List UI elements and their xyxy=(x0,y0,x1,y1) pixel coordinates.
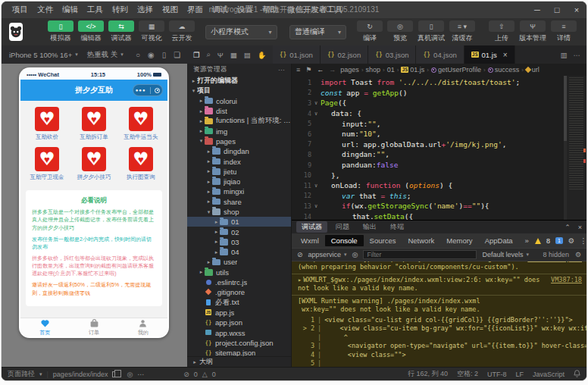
devtools-tab[interactable]: Console xyxy=(325,235,364,246)
tree-item[interactable]: {}sitemap.json xyxy=(187,348,291,356)
tree-item[interactable]: .gitignore xyxy=(187,287,291,297)
devtools-tab[interactable]: Memory xyxy=(440,235,478,246)
editor-tab[interactable]: {} 04.json xyxy=(416,45,464,64)
menu-item[interactable]: 界面 xyxy=(183,5,208,15)
devtools-tab[interactable]: AppData xyxy=(479,235,519,246)
toolbar-button[interactable]: ▯ 模拟器 xyxy=(48,20,74,43)
phone-tab-item[interactable]: 订单 xyxy=(70,318,119,336)
tree-item[interactable]: 必看.txt xyxy=(187,298,291,308)
tree-item[interactable]: ▸ jietu xyxy=(187,167,291,177)
toolbar-button[interactable]: ≡ ▾ 清缓存 xyxy=(449,20,475,43)
status-segment[interactable]: JavaScript xyxy=(533,371,565,378)
window-icon[interactable]: ▤ xyxy=(244,51,251,59)
tree-item[interactable]: ▸ utils xyxy=(187,268,291,277)
service-grid-item[interactable]: ♥♥ 互助牛运当头 xyxy=(117,107,164,141)
status-segment[interactable]: UTF-8 xyxy=(487,371,507,378)
menu-icon[interactable]: ≡ xyxy=(296,66,300,74)
breadcrumb-item[interactable]: shop xyxy=(366,66,381,74)
mode-select[interactable]: 小程序模式 ▾ xyxy=(205,25,277,39)
hot-reload-toggle[interactable]: 热重载 关 xyxy=(87,50,118,60)
tree-item[interactable]: ▸ img xyxy=(187,126,291,136)
toolbar-button[interactable]: </> 编辑器 xyxy=(78,20,104,43)
menu-item[interactable]: 工具 xyxy=(83,5,108,15)
tree-item[interactable]: ▾ pages xyxy=(187,136,291,146)
toolbar-button[interactable]: ◎ 预览 xyxy=(387,20,413,43)
tree-item[interactable]: ▸ 打开的编辑器 xyxy=(187,76,291,86)
service-grid-item[interactable]: ♥♥ 执行图查询 xyxy=(117,147,164,181)
split-editor-icon[interactable]: ▥ xyxy=(561,51,568,59)
copy-icon[interactable] xyxy=(112,371,117,377)
editor-tab[interactable]: {} 02.json xyxy=(321,45,368,64)
tab-overflow-icon[interactable]: » xyxy=(519,235,535,246)
status-segment[interactable]: 行 162, 列 40 xyxy=(408,369,448,379)
record-icon[interactable]: ◉ xyxy=(148,51,155,59)
devtools-tab[interactable]: Network xyxy=(402,235,440,246)
files-icon[interactable]: ❐ xyxy=(193,51,200,59)
close-icon[interactable]: × xyxy=(503,51,508,59)
settings-gear-icon[interactable]: ⚙ xyxy=(568,236,575,245)
fold-icon[interactable]: ∨ xyxy=(311,100,321,106)
tree-item[interactable]: ▾ shop xyxy=(187,207,291,217)
editor-tab[interactable]: {} 01.json xyxy=(273,45,321,64)
breadcrumb-item[interactable]: 01 xyxy=(387,66,395,74)
toolbar-button[interactable]: Ψ 版本管理 xyxy=(519,20,546,43)
back-icon[interactable]: ← xyxy=(317,66,324,74)
capsule-button[interactable]: ●●● xyxy=(133,84,163,96)
tree-item[interactable]: {}project.config.json xyxy=(187,338,291,348)
panel-tab[interactable]: 问题 xyxy=(330,221,355,233)
tree-item[interactable]: ▸ 04 xyxy=(187,247,291,257)
filter-input[interactable] xyxy=(363,250,477,259)
menu-item[interactable]: 选择 xyxy=(133,5,158,15)
console-source-link[interactable]: VM387:18 xyxy=(551,276,582,284)
tree-item[interactable]: ▸ 01 xyxy=(187,217,291,227)
menu-item[interactable]: 帮助 xyxy=(258,5,283,15)
tree-item[interactable]: ▸ share xyxy=(187,197,291,207)
editor-tab[interactable]: {} 03.json xyxy=(368,45,416,64)
tree-item[interactable]: ▸ 03 xyxy=(187,237,291,247)
eye-icon[interactable]: ◎ xyxy=(352,251,358,258)
source-control-icon[interactable]: Ψ xyxy=(217,51,224,59)
more-icon[interactable]: ⋯ xyxy=(278,66,285,74)
more-vert-icon[interactable]: ⋮ xyxy=(580,236,586,245)
close-button[interactable]: × xyxy=(567,5,586,14)
tree-item[interactable]: .eslintrc.js xyxy=(187,277,291,287)
eye-icon[interactable]: ◎ xyxy=(127,371,133,378)
expand-icon[interactable]: ▸ xyxy=(298,276,302,283)
menu-item[interactable]: 转到 xyxy=(108,5,133,15)
editor-tab[interactable]: JS 01.js × xyxy=(464,45,515,64)
panel-tab[interactable]: 输出 xyxy=(358,221,382,233)
avatar[interactable] xyxy=(9,23,23,41)
minimize-button[interactable]: ─ xyxy=(527,5,547,14)
forward-icon[interactable]: → xyxy=(329,66,336,74)
menu-item[interactable]: 编辑 xyxy=(58,5,83,15)
device-select[interactable]: iPhone 5 100% 16+ xyxy=(9,51,72,59)
panel-tab[interactable]: 终端 xyxy=(385,221,409,233)
compile-select[interactable]: 普通编译 ▾ xyxy=(289,25,346,39)
device-frame-icon[interactable]: ▯ xyxy=(162,51,167,59)
breadcrumb-item[interactable]: url xyxy=(526,66,540,74)
toolbar-button[interactable]: ≡ 详情 xyxy=(551,20,577,43)
service-grid-item[interactable]: ♥♥ 互助拆订单 xyxy=(70,107,117,141)
tree-item[interactable]: JSapp.js xyxy=(187,308,291,318)
service-grid-item[interactable]: ♥♥ 互助守卫现金 xyxy=(23,147,70,181)
bookmark-icon[interactable]: ⚑ xyxy=(305,66,311,74)
toolbar-button[interactable]: ▦ 可视化 xyxy=(139,20,164,43)
tree-item[interactable]: ▸ jiqiao xyxy=(187,177,291,186)
menu-item[interactable]: 微信开发者工具 xyxy=(283,5,348,15)
detach-window-icon[interactable]: ❏ xyxy=(174,51,180,59)
tree-item[interactable]: ▸ functions | 当前环境: cl... xyxy=(187,116,291,126)
hand-icon[interactable]: ✋ xyxy=(258,51,267,59)
menu-item[interactable]: 视图 xyxy=(158,5,183,15)
devtools-tab[interactable]: Sources xyxy=(364,235,402,246)
tree-item[interactable]: ▾ 项目 xyxy=(187,86,291,95)
context-select[interactable]: appservice ▾ xyxy=(308,251,347,258)
menu-item[interactable]: 项目 xyxy=(8,5,33,15)
breadcrumb-item[interactable]: pages xyxy=(340,66,359,74)
phone-tab-item[interactable]: 我的 xyxy=(118,318,167,336)
breadcrumb-item[interactable]: JS01.js xyxy=(401,66,424,74)
rotate-icon[interactable]: ○ xyxy=(136,51,140,59)
console-message[interactable]: VM387:18 ▸WXMLRT_$gwx:./pages/index/inde… xyxy=(292,274,586,296)
extensions-icon[interactable]: ▦ xyxy=(230,51,237,59)
panel-tab[interactable]: 调试器 xyxy=(296,221,327,233)
fold-icon[interactable]: ∨ xyxy=(311,183,321,189)
